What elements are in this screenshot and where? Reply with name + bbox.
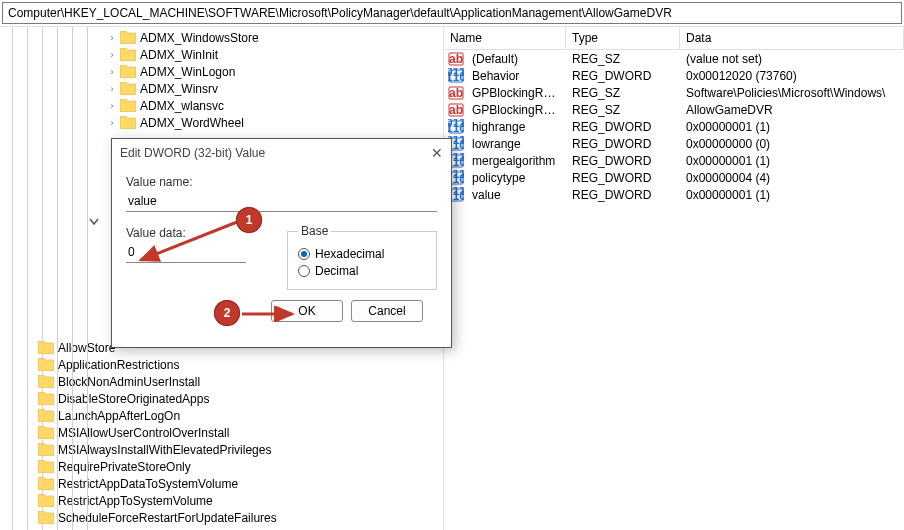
list-row[interactable]: 011110valueREG_DWORD0x00000001 (1) bbox=[444, 186, 904, 203]
cell-data: (value not set) bbox=[680, 52, 904, 66]
svg-text:110: 110 bbox=[448, 70, 464, 84]
list-header: Name Type Data bbox=[444, 27, 904, 50]
folder-icon bbox=[38, 511, 54, 524]
cell-name: Behavior bbox=[466, 69, 566, 83]
tree-item[interactable]: DisableStoreOriginatedApps bbox=[18, 390, 443, 407]
tree-item-label: MSIAlwaysInstallWithElevatedPrivileges bbox=[58, 443, 271, 457]
cell-name: mergealgorithm bbox=[466, 154, 566, 168]
cell-data: 0x00012020 (73760) bbox=[680, 69, 904, 83]
radio-hex[interactable]: Hexadecimal bbox=[298, 247, 426, 261]
chevron-right-icon[interactable]: › bbox=[106, 118, 118, 128]
tree-item-label: RestrictAppDataToSystemVolume bbox=[58, 477, 238, 491]
cell-type: REG_DWORD bbox=[566, 137, 680, 151]
chevron-right-icon[interactable]: › bbox=[106, 101, 118, 111]
cell-type: REG_SZ bbox=[566, 52, 680, 66]
tree-item[interactable]: ›ADMX_WinInit bbox=[100, 46, 443, 63]
tree-item-label: ADMX_WinInit bbox=[140, 48, 218, 62]
close-icon[interactable]: ✕ bbox=[431, 145, 443, 161]
address-bar[interactable]: Computer\HKEY_LOCAL_MACHINE\SOFTWARE\Mic… bbox=[2, 2, 902, 24]
cell-data: 0x00000001 (1) bbox=[680, 154, 904, 168]
col-header-data[interactable]: Data bbox=[680, 27, 904, 49]
chevron-right-icon[interactable]: › bbox=[106, 50, 118, 60]
annotation-badge-2: 2 bbox=[214, 300, 240, 326]
list-row[interactable]: ab(Default)REG_SZ(value not set) bbox=[444, 50, 904, 67]
folder-icon bbox=[38, 443, 54, 456]
values-list: Name Type Data ab(Default)REG_SZ(value n… bbox=[444, 27, 904, 530]
folder-icon bbox=[38, 477, 54, 490]
tree-item-label: ApplicationRestrictions bbox=[58, 358, 179, 372]
tree-item-label: MSIAllowUserControlOverInstall bbox=[58, 426, 229, 440]
tree-item[interactable]: ›ADMX_WindowsStore bbox=[100, 29, 443, 46]
list-row[interactable]: 011110lowrangeREG_DWORD0x00000000 (0) bbox=[444, 135, 904, 152]
tree-item-label: ADMX_wlansvc bbox=[140, 99, 224, 113]
cell-name: policytype bbox=[466, 171, 566, 185]
dword-value-icon: 011110 bbox=[448, 68, 464, 84]
value-name-input[interactable] bbox=[126, 191, 437, 212]
list-row[interactable]: 011110policytypeREG_DWORD0x00000004 (4) bbox=[444, 169, 904, 186]
cell-type: REG_SZ bbox=[566, 86, 680, 100]
cell-type: REG_DWORD bbox=[566, 154, 680, 168]
tree-item[interactable]: ›ADMX_Winsrv bbox=[100, 80, 443, 97]
cancel-button[interactable]: Cancel bbox=[351, 300, 423, 322]
tree-item[interactable]: ScheduleForceRestartForUpdateFailures bbox=[18, 509, 443, 526]
cell-data: AllowGameDVR bbox=[680, 103, 904, 117]
tree-item[interactable]: MSIAlwaysInstallWithElevatedPrivileges bbox=[18, 441, 443, 458]
folder-icon bbox=[120, 82, 136, 95]
tree-item[interactable]: MSIAllowUserControlOverInstall bbox=[18, 424, 443, 441]
tree-item-label: ScheduleForceRestartForUpdateFailures bbox=[58, 511, 277, 525]
cell-type: REG_DWORD bbox=[566, 171, 680, 185]
folder-icon bbox=[38, 460, 54, 473]
chevron-right-icon[interactable]: › bbox=[106, 33, 118, 43]
folder-icon bbox=[120, 116, 136, 129]
cell-data: Software\Policies\Microsoft\Windows\ bbox=[680, 86, 904, 100]
svg-text:ab: ab bbox=[449, 86, 463, 100]
list-row[interactable]: abGPBlockingReg...REG_SZAllowGameDVR bbox=[444, 101, 904, 118]
col-header-type[interactable]: Type bbox=[566, 27, 680, 49]
cell-type: REG_DWORD bbox=[566, 120, 680, 134]
folder-icon bbox=[38, 358, 54, 371]
chevron-right-icon[interactable]: › bbox=[106, 67, 118, 77]
svg-text:110: 110 bbox=[448, 121, 464, 135]
ok-button[interactable]: OK bbox=[271, 300, 343, 322]
tree-item[interactable]: RestrictAppDataToSystemVolume bbox=[18, 475, 443, 492]
col-header-name[interactable]: Name bbox=[444, 27, 566, 49]
cell-type: REG_DWORD bbox=[566, 188, 680, 202]
tree-item-label: RestrictAppToSystemVolume bbox=[58, 494, 213, 508]
cell-data: 0x00000000 (0) bbox=[680, 137, 904, 151]
registry-path: Computer\HKEY_LOCAL_MACHINE\SOFTWARE\Mic… bbox=[8, 6, 672, 20]
list-row[interactable]: 011110mergealgorithmREG_DWORD0x00000001 … bbox=[444, 152, 904, 169]
tree-item-label: ADMX_WinLogon bbox=[140, 65, 235, 79]
chevron-down-icon[interactable] bbox=[88, 216, 100, 228]
tree-item-label: AllowStore bbox=[58, 341, 115, 355]
folder-icon bbox=[38, 494, 54, 507]
list-row[interactable]: 011110BehaviorREG_DWORD0x00012020 (73760… bbox=[444, 67, 904, 84]
radio-dec-label: Decimal bbox=[315, 264, 358, 278]
cell-name: lowrange bbox=[466, 137, 566, 151]
dialog-title: Edit DWORD (32-bit) Value bbox=[120, 146, 265, 160]
dword-value-icon: 011110 bbox=[448, 119, 464, 135]
cell-data: 0x00000001 (1) bbox=[680, 120, 904, 134]
radio-icon bbox=[298, 248, 310, 260]
svg-text:ab: ab bbox=[449, 52, 463, 66]
svg-text:ab: ab bbox=[449, 103, 463, 117]
radio-dec[interactable]: Decimal bbox=[298, 264, 426, 278]
value-data-input[interactable] bbox=[126, 242, 246, 263]
tree-item[interactable]: ›ADMX_wlansvc bbox=[100, 97, 443, 114]
tree-item[interactable]: RestrictAppToSystemVolume bbox=[18, 492, 443, 509]
cell-type: REG_DWORD bbox=[566, 69, 680, 83]
list-row[interactable]: 011110highrangeREG_DWORD0x00000001 (1) bbox=[444, 118, 904, 135]
tree-item[interactable]: RequirePrivateStoreOnly bbox=[18, 458, 443, 475]
folder-icon bbox=[120, 31, 136, 44]
string-value-icon: ab bbox=[448, 51, 464, 67]
tree-item[interactable]: BlockNonAdminUserInstall bbox=[18, 373, 443, 390]
tree-item[interactable]: ApplicationRestrictions bbox=[18, 356, 443, 373]
tree-item[interactable]: ›ADMX_WinLogon bbox=[100, 63, 443, 80]
tree-item[interactable]: ›ADMX_WordWheel bbox=[100, 114, 443, 131]
string-value-icon: ab bbox=[448, 85, 464, 101]
radio-icon bbox=[298, 265, 310, 277]
chevron-right-icon[interactable]: › bbox=[106, 84, 118, 94]
tree-item-label: DisableStoreOriginatedApps bbox=[58, 392, 209, 406]
list-row[interactable]: abGPBlockingReg...REG_SZSoftware\Policie… bbox=[444, 84, 904, 101]
cell-data: 0x00000004 (4) bbox=[680, 171, 904, 185]
tree-item[interactable]: LaunchAppAfterLogOn bbox=[18, 407, 443, 424]
